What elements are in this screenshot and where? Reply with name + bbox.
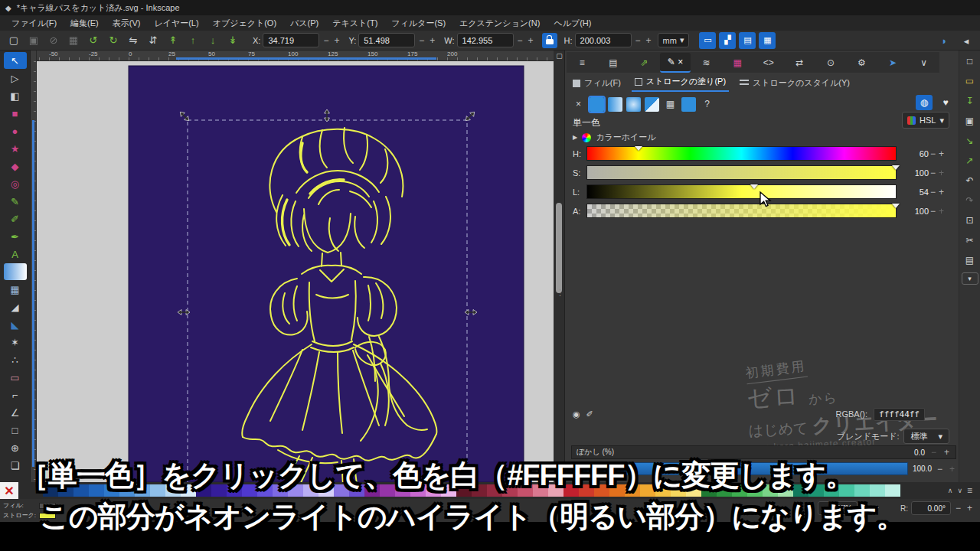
alpha-value[interactable]: 100 — [903, 207, 929, 216]
import-button[interactable]: ↘ — [962, 133, 978, 148]
xml-editor-dialog-tab[interactable]: <> — [753, 53, 784, 73]
alpha-marker[interactable] — [892, 204, 900, 208]
blur-increment[interactable]: + — [942, 447, 951, 458]
menu-item[interactable]: レイヤー(L) — [149, 16, 204, 31]
fill-stroke-dialog-tab[interactable]: ✎ × — [660, 53, 691, 73]
palette-none-swatch[interactable]: ✕ — [0, 482, 18, 499]
units-dropdown[interactable]: mm ▾ — [658, 33, 690, 47]
rotation-increment[interactable]: + — [965, 503, 974, 514]
star-tool[interactable]: ★ — [4, 140, 27, 157]
saturation-increment[interactable]: + — [937, 168, 946, 178]
palette-swatch[interactable] — [870, 484, 885, 497]
paint-pattern-button[interactable]: ▦ — [663, 97, 678, 112]
copy-button[interactable]: ⊡ — [962, 213, 978, 228]
new-document-button[interactable]: □ — [962, 54, 978, 69]
spray-tool[interactable]: ∴ — [4, 351, 27, 368]
swatches-dialog-tab[interactable]: ▦ — [722, 53, 753, 73]
menu-item[interactable]: エクステンション(N) — [454, 16, 545, 31]
y-input[interactable]: 51.498 — [358, 33, 415, 47]
undo-button[interactable]: ↶ — [962, 173, 978, 188]
opacity-value[interactable]: 100.0 — [913, 465, 932, 473]
rotation-input[interactable]: 0.00° — [911, 501, 951, 515]
snap-bar-collapse-button[interactable]: ◂ — [957, 32, 975, 49]
raise-button[interactable]: ↑ — [184, 32, 202, 49]
paste-button[interactable]: ▤ — [962, 253, 978, 268]
tab-fill[interactable]: フィル(F) — [570, 76, 624, 92]
opacity-decrement[interactable]: − — [936, 464, 944, 474]
fill-rule-nonzero-button[interactable]: ♥ — [937, 95, 954, 110]
selection-box-button[interactable]: ▦ — [64, 32, 83, 49]
tab-stroke-style[interactable]: ストロークのスタイル(Y) — [737, 76, 853, 92]
x-increment[interactable]: + — [332, 35, 341, 46]
raise-to-top-button[interactable]: ↟ — [164, 32, 182, 49]
box3d-tool[interactable]: ◆ — [4, 158, 27, 174]
select-all-button[interactable]: ▢ — [5, 32, 23, 49]
rgba-input[interactable]: ffff44ff — [874, 408, 925, 421]
y-decrement[interactable]: − — [417, 35, 426, 46]
eraser-tool[interactable]: ▭ — [4, 369, 27, 386]
selector-tool[interactable]: ↖ — [4, 52, 27, 69]
objects-dialog-tab[interactable]: ≡ — [567, 53, 598, 73]
saturation-decrement[interactable]: − — [929, 168, 937, 178]
width-increment[interactable]: + — [527, 35, 535, 46]
canvas-drawing[interactable] — [37, 61, 554, 482]
gradient-tool[interactable] — [4, 263, 27, 280]
lightness-decrement[interactable]: − — [929, 187, 937, 197]
palette-scroll-up[interactable]: ∧ — [948, 487, 953, 494]
lightness-slider[interactable] — [586, 184, 897, 199]
paint-swatch-button[interactable] — [681, 97, 696, 112]
scrollbar-thumb[interactable] — [556, 203, 562, 293]
x-input[interactable]: 34.719 — [263, 33, 319, 47]
menu-item[interactable]: フィルター(S) — [386, 16, 451, 31]
export-button[interactable]: ↗ — [962, 153, 978, 168]
help-dialog-tab[interactable]: ➤ — [877, 53, 909, 73]
vertical-ruler[interactable] — [31, 51, 37, 482]
shape-builder-tool[interactable]: ◧ — [4, 87, 27, 104]
rotation-decrement[interactable]: − — [954, 503, 962, 514]
arrange-dialog-tab[interactable]: ⇄ — [784, 53, 815, 73]
palette-swatch[interactable] — [885, 484, 900, 497]
colorspace-dropdown[interactable]: HSL ▾ — [902, 112, 949, 129]
alpha-slider[interactable] — [586, 204, 897, 218]
rotate-cw-button[interactable]: ↻ — [104, 32, 122, 49]
menu-item[interactable]: パス(P) — [285, 16, 324, 31]
pen-tool[interactable]: ✐ — [4, 210, 27, 227]
paint-flat-button[interactable] — [590, 97, 604, 112]
menu-item[interactable]: 編集(E) — [65, 16, 104, 31]
paint-none-button[interactable]: × — [571, 97, 586, 112]
x-decrement[interactable]: − — [322, 35, 330, 46]
menu-item[interactable]: 表示(V) — [107, 16, 146, 31]
scale-stroke-toggle[interactable]: ▭ — [699, 32, 716, 49]
mesh-gradient-tool[interactable]: ▦ — [4, 281, 27, 298]
document-properties-tab[interactable]: ▤ — [598, 53, 629, 73]
hue-slider[interactable] — [586, 146, 897, 161]
preferences-dialog-tab[interactable]: ⚙ — [846, 53, 877, 73]
height-increment[interactable]: + — [645, 35, 653, 46]
hue-decrement[interactable]: − — [929, 148, 937, 159]
rotate-ccw-button[interactable]: ↺ — [84, 32, 103, 49]
dropper-tool[interactable]: ◢ — [4, 298, 27, 315]
opacity-increment[interactable]: + — [948, 464, 956, 474]
scale-pattern-toggle[interactable]: ▦ — [759, 32, 776, 49]
tab-stroke-paint[interactable]: ストロークの塗り(P) — [632, 74, 729, 92]
lock-aspect-ratio-toggle[interactable] — [542, 33, 557, 48]
menu-item[interactable]: テキスト(T) — [327, 16, 383, 31]
spiral-tool[interactable]: ◎ — [4, 175, 27, 192]
saturation-slider[interactable] — [586, 165, 897, 180]
canvas-viewport[interactable] — [37, 61, 554, 482]
lightness-increment[interactable]: + — [937, 187, 946, 197]
vertical-scrollbar[interactable] — [554, 61, 564, 482]
menu-item[interactable]: ヘルプ(H) — [548, 16, 596, 31]
open-document-button[interactable]: ▭ — [962, 73, 978, 89]
paint-mesh-button[interactable] — [645, 97, 659, 112]
palette-swatch[interactable] — [854, 484, 870, 497]
paint-radial-gradient-button[interactable] — [626, 97, 641, 112]
paint-bucket-tool[interactable]: ◣ — [4, 316, 27, 333]
calligraphy-tool[interactable]: ✒ — [4, 228, 27, 245]
pane-splitter-handle[interactable]: ⋮ — [556, 288, 564, 298]
color-managed-icon[interactable]: ◉ — [573, 409, 580, 419]
height-input[interactable]: 200.003 — [575, 33, 632, 47]
pick-color-button[interactable]: ✐ — [586, 409, 593, 419]
connector-tool[interactable]: ⌐ — [4, 386, 27, 403]
measure-tool[interactable]: ∠ — [4, 404, 27, 421]
